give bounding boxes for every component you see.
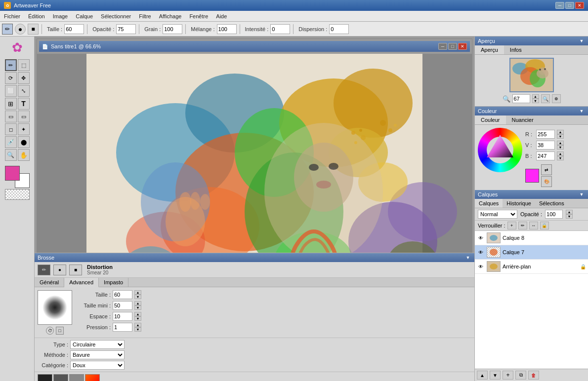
lock-paint-btn[interactable]: ✏	[518, 222, 527, 229]
espace-step-up[interactable]: ▲	[134, 312, 141, 316]
intensite-input[interactable]	[270, 24, 290, 34]
layer-7-eye[interactable]: 👁	[477, 248, 485, 256]
layers-minimize-btn[interactable]: ▼	[578, 191, 585, 198]
v-step-down[interactable]: ▼	[557, 145, 564, 150]
opacity-input[interactable]	[545, 210, 563, 219]
duplicate-layer-btn[interactable]: ⧉	[515, 371, 526, 380]
color-minimize-btn[interactable]: ▼	[578, 108, 585, 114]
opacite-input[interactable]	[116, 24, 136, 34]
rect-shape-btn[interactable]: ▭	[5, 111, 17, 122]
lasso-tool-btn[interactable]: ⟳	[5, 72, 17, 84]
round-tip-button[interactable]: ●	[15, 24, 26, 35]
menu-fenetre[interactable]: Fenêtre	[185, 12, 212, 20]
taille-mini-step-up[interactable]: ▲	[134, 301, 141, 305]
grain-input[interactable]	[163, 24, 182, 34]
menu-edition[interactable]: Édition	[24, 12, 49, 20]
pression-input[interactable]	[113, 323, 132, 332]
categorie-select[interactable]: Doux Dur Moyen	[70, 361, 125, 370]
minimize-button[interactable]: ─	[555, 2, 564, 9]
tab-couleur[interactable]: Couleur	[475, 115, 506, 124]
move-tool-btn[interactable]: ✥	[18, 72, 30, 84]
dispersion-input[interactable]	[329, 24, 349, 34]
zoom-value-input[interactable]	[512, 94, 530, 103]
apercu-minimize-btn[interactable]: ▼	[578, 38, 585, 44]
zoom-step-down[interactable]: ▼	[532, 99, 539, 103]
zoom-tool-btn[interactable]: 🔍	[5, 149, 17, 161]
canvas-close-btn[interactable]: ✕	[458, 43, 467, 50]
current-color-swatch[interactable]	[525, 169, 539, 183]
taille-step-up[interactable]: ▲	[134, 290, 141, 295]
stamp-tool-btn[interactable]: ⊞	[5, 98, 17, 110]
taille-step-down[interactable]: ▼	[134, 295, 141, 299]
melange-input[interactable]	[217, 24, 237, 34]
brush-round-btn[interactable]: ●	[53, 265, 66, 275]
swap-colors-btn[interactable]: ⇄	[541, 164, 552, 175]
taille-input[interactable]	[64, 24, 84, 34]
v-step-up[interactable]: ▲	[557, 141, 564, 145]
taille-param-input[interactable]	[113, 290, 132, 299]
menu-fichier[interactable]: Fichier	[0, 12, 24, 20]
b-step-down[interactable]: ▼	[557, 156, 564, 160]
menu-image[interactable]: Image	[49, 12, 72, 20]
menu-calque[interactable]: Calque	[72, 12, 97, 20]
color-wheel-container[interactable]	[478, 128, 522, 172]
opacity-step-up[interactable]: ▲	[566, 210, 573, 214]
type-select[interactable]: Circulaire Carré Aléatoire	[70, 340, 125, 349]
canvas-minimize-btn[interactable]: ─	[438, 43, 447, 50]
pan-tool-btn[interactable]: ✋	[18, 149, 30, 161]
tab-advanced[interactable]: Advanced	[64, 278, 99, 287]
swatch-black[interactable]	[38, 374, 52, 381]
menu-filtre[interactable]: Filtre	[135, 12, 155, 20]
tab-nuancier[interactable]: Nuancier	[506, 115, 540, 124]
pattern-button[interactable]	[5, 189, 30, 200]
lock-trans-btn[interactable]: +	[507, 222, 516, 229]
canvas-content[interactable]	[37, 54, 472, 253]
opacity-step-down[interactable]: ▼	[566, 214, 573, 219]
layer-8-eye[interactable]: 👁	[477, 234, 485, 242]
eyedropper-btn[interactable]: 💉	[5, 136, 17, 148]
brush-ink-btn[interactable]: ✏	[38, 265, 50, 275]
taille-mini-input[interactable]	[113, 301, 132, 310]
layer-item-bg[interactable]: 👁 Arrière-plan 🔒	[475, 260, 588, 274]
tab-calques[interactable]: Calques	[475, 199, 503, 208]
fill-btn[interactable]: ⬤	[18, 136, 30, 148]
brush-panel-minimize[interactable]: ▼	[464, 254, 471, 261]
tab-historique[interactable]: Historique	[503, 199, 535, 208]
layer-item-7[interactable]: 👁 Calque 7	[475, 245, 588, 260]
eraser-tool-btn[interactable]: ◻	[5, 123, 17, 135]
delete-layer-btn[interactable]: 🗑	[528, 371, 539, 380]
canvas-maximize-btn[interactable]: □	[448, 43, 457, 50]
zoom-in-btn[interactable]: ⊕	[552, 94, 561, 103]
close-button[interactable]: ✕	[575, 2, 584, 9]
layer-item-8[interactable]: 👁 Calque 8	[475, 231, 588, 245]
brush-tool-btn[interactable]: ✏	[5, 59, 17, 71]
b-step-up[interactable]: ▲	[557, 152, 564, 156]
brush-tool-icon[interactable]: ✏	[2, 24, 13, 35]
menu-affichage[interactable]: Affichage	[155, 12, 186, 20]
smudge-tool-btn[interactable]: ✦	[18, 123, 30, 135]
swatch-orange-red[interactable]	[85, 374, 100, 381]
tab-apercu[interactable]: Aperçu	[475, 45, 504, 54]
menu-selectionner[interactable]: Sélectionner	[97, 12, 135, 20]
pression-step-up[interactable]: ▲	[134, 323, 141, 327]
square-tip-button[interactable]: ■	[28, 24, 39, 35]
methode-select[interactable]: Bavure Peinture Aquarelle	[70, 350, 125, 359]
pression-step-down[interactable]: ▼	[134, 327, 141, 332]
espace-input[interactable]	[113, 312, 132, 321]
swatch-gray[interactable]	[69, 374, 84, 381]
tab-general[interactable]: Général	[35, 278, 64, 287]
zoom-step-up[interactable]: ▲	[532, 94, 539, 99]
r-input[interactable]	[536, 130, 555, 139]
lock-move-btn[interactable]: ↔	[529, 222, 538, 229]
rect-select-btn[interactable]: ⬜	[5, 85, 17, 97]
r-step-down[interactable]: ▼	[557, 134, 564, 139]
blend-mode-select[interactable]: Normal Multiplier Screen Overlay	[478, 210, 517, 219]
new-layer-btn[interactable]: +	[503, 371, 513, 380]
timer-icon[interactable]: ⏱	[46, 327, 54, 335]
ellipse-shape-btn[interactable]: ▭	[18, 111, 30, 122]
move-layer-up-btn[interactable]: ▲	[477, 371, 488, 380]
tab-infos[interactable]: Infos	[504, 45, 528, 54]
r-step-up[interactable]: ▲	[557, 130, 564, 134]
tab-impasto[interactable]: Impasto	[99, 278, 128, 287]
v-input[interactable]	[536, 141, 555, 150]
